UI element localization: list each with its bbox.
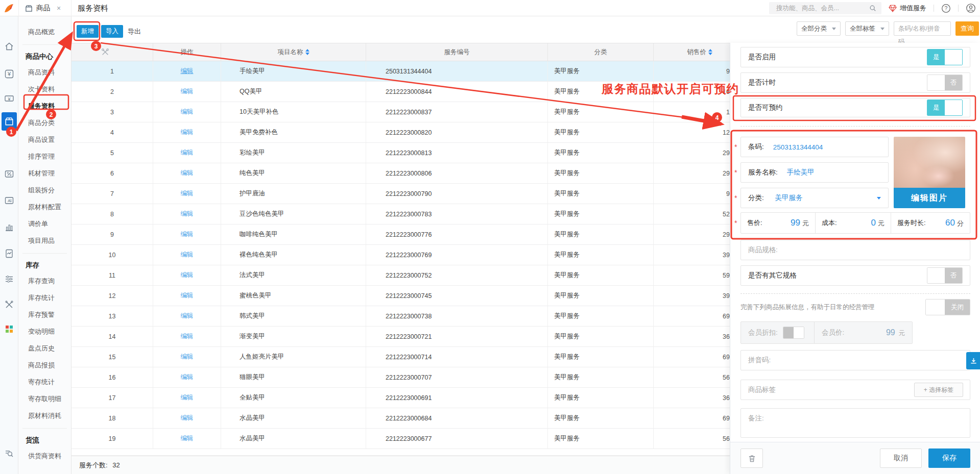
edit-link[interactable]: 编辑 <box>181 291 194 300</box>
tab-goods[interactable]: 商品 × <box>18 0 71 16</box>
export-button[interactable]: 导出 <box>128 25 141 38</box>
sort-icon[interactable] <box>305 49 309 55</box>
spec-field[interactable]: 商品规格: <box>740 240 970 260</box>
sidebar-item[interactable]: 商品中心 <box>22 44 67 64</box>
header-price[interactable]: 销售价 <box>654 43 730 61</box>
sidebar-item[interactable]: 库存预警 <box>18 306 71 323</box>
sidebar-item[interactable]: 耗材管理 <box>18 165 71 182</box>
table-row[interactable]: 3 编辑 10天美甲补色 2212223000837 美甲服务 1 <box>71 102 730 122</box>
sidebar-item[interactable]: 商品分类 <box>18 114 71 131</box>
price-field[interactable]: 售价: 99元 <box>741 213 815 233</box>
tab-close-icon[interactable]: × <box>57 4 61 12</box>
apps-grid-icon[interactable] <box>5 325 14 334</box>
sidebar-item[interactable]: 排序管理 <box>18 148 71 165</box>
sidebar-item[interactable]: 库存 <box>22 253 67 272</box>
add-button[interactable]: 新增 <box>77 25 99 38</box>
table-row[interactable]: 9 编辑 咖啡纯色美甲 2212223000776 美甲服务 29 <box>71 224 730 245</box>
cancel-button[interactable]: 取消 <box>880 448 922 468</box>
value-added-services-button[interactable]: 增值服务 <box>889 4 926 13</box>
timing-toggle[interactable]: 否 <box>927 74 963 91</box>
rail-search-icon[interactable] <box>5 449 14 458</box>
sidebar-item[interactable]: 商品资料 <box>18 64 71 81</box>
sidebar-item[interactable]: 库存查询 <box>18 272 71 289</box>
global-search-input[interactable]: 搜功能、商品、会员... <box>769 2 881 14</box>
table-row[interactable]: 14 编辑 渐变美甲 2212223000721 美甲服务 36 <box>71 327 730 347</box>
table-row[interactable]: 12 编辑 蜜桃色美甲 2212223000745 美甲服务 39 <box>71 286 730 306</box>
edit-link[interactable]: 编辑 <box>181 128 194 137</box>
table-row[interactable]: 19 编辑 水晶美甲 2212223000677 美甲服务 56 <box>71 429 730 449</box>
sidebar-item[interactable]: 寄存取明细 <box>18 390 71 407</box>
cost-field[interactable]: 成本: 0元 <box>815 213 891 233</box>
table-row[interactable]: 5 编辑 彩绘美甲 2212223000813 美甲服务 29 <box>71 143 730 163</box>
edit-link[interactable]: 编辑 <box>181 434 194 443</box>
sidebar-item[interactable]: 商品概览 <box>18 23 71 40</box>
sidebar-item[interactable]: 组装拆分 <box>18 182 71 198</box>
tools-icon[interactable] <box>5 300 14 309</box>
table-row[interactable]: 8 编辑 豆沙色纯色美甲 2212223000783 美甲服务 52 <box>71 204 730 224</box>
sidebar-item[interactable]: 货流 <box>22 428 67 447</box>
sidebar-item[interactable]: 商品报损 <box>18 357 71 373</box>
edit-link[interactable]: 编辑 <box>181 271 194 280</box>
edit-link[interactable]: 编辑 <box>181 251 194 259</box>
banknote-icon[interactable]: ¥ <box>5 94 14 103</box>
table-row[interactable]: 15 编辑 人鱼姬亮片美甲 2212223000714 美甲服务 69 <box>71 347 730 367</box>
header-name[interactable]: 项目名称 <box>221 43 366 61</box>
stats-chart-icon[interactable] <box>5 222 14 232</box>
edit-link[interactable]: 编辑 <box>181 393 194 402</box>
home-icon[interactable] <box>5 42 14 51</box>
edit-link[interactable]: 编辑 <box>181 169 194 178</box>
query-button[interactable]: 查询 <box>955 21 979 36</box>
extension-toggle[interactable]: 关闭 <box>925 299 970 315</box>
header-category[interactable]: 分类 <box>548 43 654 61</box>
note-field[interactable]: 备注: <box>740 408 970 438</box>
edit-link[interactable]: 编辑 <box>181 210 194 218</box>
sort-icon[interactable] <box>708 49 712 55</box>
edit-link[interactable]: 编辑 <box>181 108 194 116</box>
service-name-field[interactable]: 服务名称: 手绘美甲 <box>740 162 889 183</box>
edit-link[interactable]: 编辑 <box>181 332 194 341</box>
table-row[interactable]: 13 编辑 韩式美甲 2212223000738 美甲服务 69 <box>71 306 730 327</box>
tag-filter-select[interactable]: 全部标签 <box>845 21 889 36</box>
sidebar-item[interactable]: 原材料消耗 <box>18 407 71 424</box>
other-spec-toggle[interactable]: 否 <box>927 267 963 284</box>
edit-link[interactable]: 编辑 <box>181 230 194 239</box>
edit-link[interactable]: 编辑 <box>181 67 194 76</box>
sidebar-item[interactable]: 原材料配置 <box>18 198 71 215</box>
app-logo[interactable] <box>0 0 18 16</box>
duration-field[interactable]: 服务时长: 60分 <box>891 213 970 233</box>
edit-link[interactable]: 编辑 <box>181 189 194 198</box>
table-row[interactable]: 16 编辑 猫眼美甲 2212223000707 美甲服务 56 <box>71 367 730 388</box>
table-row[interactable]: 2 编辑 QQ美甲 2212223000844 美甲服务 16 <box>71 82 730 102</box>
download-button[interactable] <box>966 352 980 369</box>
nav-goods-active[interactable] <box>2 112 17 131</box>
header-code[interactable]: 服务编号 <box>366 43 548 61</box>
sidebar-item[interactable]: 次卡资料 <box>18 81 71 97</box>
delete-button[interactable] <box>740 448 763 468</box>
wrench-tools-icon[interactable] <box>101 48 109 56</box>
sidebar-item[interactable]: 变动明细 <box>18 323 71 340</box>
bookable-toggle[interactable]: 是 <box>927 99 963 116</box>
select-tag-button[interactable]: + 选择标签 <box>914 383 963 397</box>
sidebar-item[interactable]: 寄存统计 <box>18 373 71 390</box>
table-row[interactable]: 11 编辑 法式美甲 2212223000752 美甲服务 59 <box>71 265 730 286</box>
table-row[interactable]: 1 编辑 手绘美甲 2503131344404 美甲服务 9 <box>71 61 730 82</box>
help-icon[interactable]: ? <box>941 4 951 13</box>
category-field[interactable]: 分类: 美甲服务 <box>740 188 889 208</box>
header-op[interactable]: 操作 <box>153 43 221 61</box>
edit-link[interactable]: 编辑 <box>181 87 194 96</box>
pinyin-field[interactable]: 拼音码: <box>740 350 970 370</box>
category-filter-select[interactable]: 全部分类 <box>797 21 841 36</box>
table-row[interactable]: 6 编辑 纯色美甲 2212223000806 美甲服务 29 <box>71 163 730 184</box>
table-row[interactable]: 18 编辑 水晶美甲 2212223000684 美甲服务 69 <box>71 408 730 429</box>
settings-sliders-icon[interactable] <box>5 275 14 284</box>
save-button[interactable]: 保存 <box>928 448 970 468</box>
edit-link[interactable]: 编辑 <box>181 148 194 157</box>
service-image[interactable]: 编辑图片 <box>894 137 965 208</box>
edit-image-button[interactable]: 编辑图片 <box>894 188 965 208</box>
table-row[interactable]: 4 编辑 美甲免费补色 2212223000820 美甲服务 12 <box>71 122 730 143</box>
edit-link[interactable]: 编辑 <box>181 414 194 422</box>
sidebar-item[interactable]: 盘点历史 <box>18 340 71 357</box>
sidebar-item[interactable]: 商品设置 <box>18 131 71 148</box>
sidebar-item[interactable]: 项目用品 <box>18 232 71 249</box>
edit-link[interactable]: 编辑 <box>181 353 194 361</box>
